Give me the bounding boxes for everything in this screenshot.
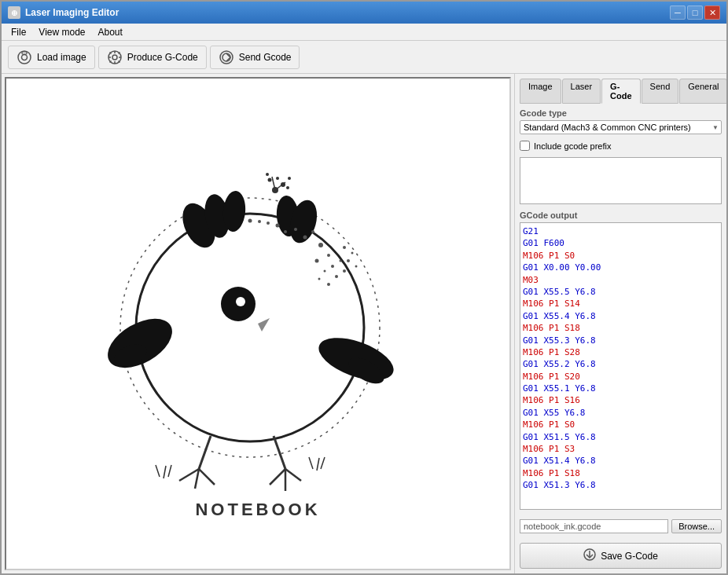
file-name-display: notebook_ink.gcode — [520, 519, 668, 533]
gcode-line: G01 X55 Y6.8 — [523, 407, 719, 419]
svg-point-35 — [340, 260, 342, 262]
save-gcode-label: Save G-Code — [601, 551, 658, 562]
save-gcode-button[interactable]: Save G-Code — [520, 543, 722, 569]
svg-line-63 — [156, 465, 160, 477]
svg-point-39 — [347, 259, 350, 262]
svg-point-70 — [286, 186, 289, 189]
gcode-type-wrapper: Standard (Mach3 & Common CNC printers) — [520, 120, 722, 134]
window-title: Laser Imaging Editor — [25, 7, 119, 18]
svg-point-44 — [284, 230, 287, 233]
canvas-area: NOTEBOOK — [5, 77, 511, 570]
include-prefix-row: Include gcode prefix — [520, 141, 722, 151]
svg-point-33 — [318, 278, 321, 280]
menu-file[interactable]: File — [5, 25, 32, 39]
gcode-output-wrapper: G21G01 F600M106 P1 S0G01 X0.00 Y0.00M03G… — [520, 222, 722, 510]
browse-button[interactable]: Browse... — [671, 519, 722, 533]
notebook-image: NOTEBOOK — [69, 112, 447, 536]
tab-image[interactable]: Image — [520, 79, 561, 104]
gcode-line: G01 X51.5 Y6.8 — [523, 431, 719, 443]
svg-point-73 — [266, 173, 269, 176]
send-gcode-button[interactable]: Send Gcode — [210, 46, 300, 69]
gcode-line: G01 X0.00 Y0.00 — [523, 262, 719, 273]
gcode-type-label: Gcode type — [520, 108, 722, 118]
svg-point-74 — [288, 177, 291, 180]
svg-line-57 — [270, 469, 285, 485]
svg-point-40 — [355, 266, 358, 268]
gcode-line: M106 P1 S28 — [523, 346, 719, 358]
svg-line-65 — [168, 465, 171, 477]
svg-line-52 — [199, 436, 211, 469]
tab-gcode[interactable]: G-Code — [601, 79, 641, 104]
gcode-output[interactable]: G21G01 F600M106 P1 S0G01 X0.00 Y0.00M03G… — [520, 223, 721, 509]
gcode-line: G01 X51.3 Y6.8 — [523, 479, 719, 491]
gcode-type-dropdown[interactable]: Standard (Mach3 & Common CNC printers) — [520, 120, 722, 134]
menu-about[interactable]: About — [92, 25, 129, 39]
svg-point-47 — [258, 220, 261, 223]
send-gcode-label: Send Gcode — [239, 52, 292, 63]
svg-point-1 — [22, 54, 28, 60]
prefix-textarea[interactable] — [520, 157, 722, 204]
produce-gcode-button[interactable]: Produce G-Code — [98, 46, 207, 69]
svg-point-42 — [311, 230, 314, 233]
gcode-type-section: Gcode type Standard (Mach3 & Common CNC … — [520, 108, 722, 134]
tab-laser[interactable]: Laser — [562, 79, 601, 104]
gcode-line: G01 X55.1 Y6.8 — [523, 383, 719, 394]
gcode-line: M106 P1 S18 — [523, 467, 719, 479]
svg-point-41 — [303, 236, 307, 240]
gear-icon — [107, 49, 123, 65]
svg-point-0 — [18, 51, 31, 64]
tab-general[interactable]: General — [679, 79, 726, 104]
svg-point-14 — [222, 53, 230, 61]
svg-point-48 — [248, 219, 252, 223]
gcode-line: M106 P1 S20 — [523, 371, 719, 383]
svg-point-69 — [268, 178, 272, 182]
gcode-type-row: Standard (Mach3 & Common CNC printers) — [520, 120, 722, 134]
svg-point-38 — [351, 252, 354, 255]
svg-line-64 — [164, 466, 166, 478]
main-window: ⊕ Laser Imaging Editor ─ □ ✕ File View m… — [0, 0, 728, 575]
save-icon — [583, 548, 596, 563]
camera-icon — [17, 49, 32, 65]
svg-point-29 — [315, 259, 319, 263]
svg-point-68 — [276, 177, 279, 180]
gcode-line: G01 F600 — [523, 237, 719, 249]
notebook-label: NOTEBOOK — [195, 500, 320, 520]
gcode-line: G21 — [523, 225, 719, 237]
menu-viewmode[interactable]: View mode — [32, 25, 91, 39]
svg-line-60 — [309, 457, 313, 469]
title-bar: ⊕ Laser Imaging Editor ─ □ ✕ — [2, 2, 726, 24]
title-bar-left: ⊕ Laser Imaging Editor — [8, 6, 119, 19]
gcode-line: M106 P1 S0 — [523, 419, 719, 430]
svg-point-43 — [294, 228, 297, 231]
canvas-inner: NOTEBOOK — [6, 79, 509, 569]
title-bar-controls: ─ □ ✕ — [670, 5, 720, 20]
gcode-line: M106 P1 S18 — [523, 322, 719, 334]
maximize-button[interactable]: □ — [687, 5, 703, 20]
svg-point-28 — [327, 254, 330, 257]
file-row: notebook_ink.gcode Browse... — [520, 519, 722, 533]
gcode-line: G01 X55.2 Y6.8 — [523, 358, 719, 370]
main-area: NOTEBOOK Image Laser G-Code Send General… — [2, 74, 726, 573]
app-icon: ⊕ — [8, 6, 20, 19]
gcode-line: M106 P1 S0 — [523, 250, 719, 262]
gcode-line: G01 X55.5 Y6.8 — [523, 286, 719, 298]
svg-point-34 — [327, 283, 330, 286]
include-prefix-label: Include gcode prefix — [534, 141, 611, 151]
close-button[interactable]: ✕ — [704, 5, 720, 20]
svg-line-62 — [321, 457, 325, 469]
tab-send[interactable]: Send — [642, 79, 679, 104]
svg-point-50 — [236, 297, 245, 306]
gcode-line: M106 P1 S16 — [523, 394, 719, 406]
svg-point-36 — [343, 269, 346, 273]
panel-content: Gcode type Standard (Mach3 & Common CNC … — [520, 108, 722, 569]
gcode-line: M03 — [523, 274, 719, 286]
svg-point-30 — [331, 265, 334, 268]
gcode-line: G01 X55.3 Y6.8 — [523, 335, 719, 346]
menu-bar: File View mode About — [2, 24, 726, 41]
include-prefix-checkbox[interactable] — [520, 141, 530, 151]
svg-line-55 — [199, 469, 215, 485]
load-image-button[interactable]: Load image — [8, 46, 95, 69]
minimize-button[interactable]: ─ — [670, 5, 686, 20]
gcode-output-section: GCode output G21G01 F600M106 P1 S0G01 X0… — [520, 211, 722, 510]
gcode-line: M106 P1 S3 — [523, 443, 719, 455]
